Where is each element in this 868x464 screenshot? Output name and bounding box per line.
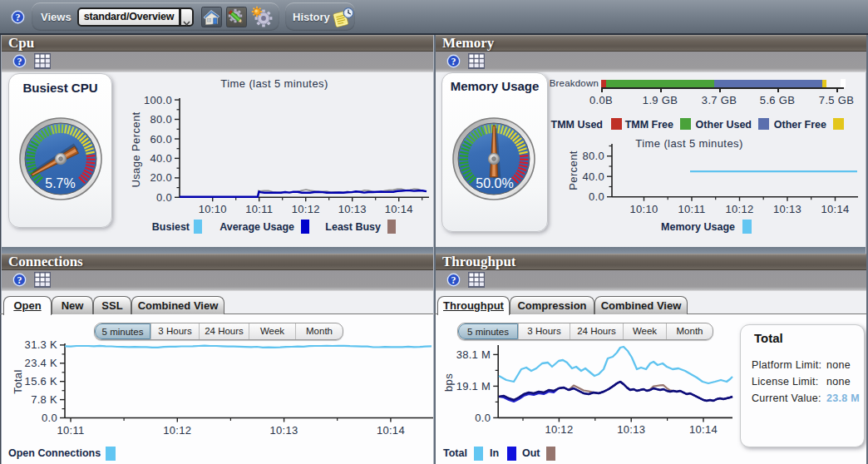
svg-text:10:14: 10:14: [689, 423, 718, 436]
svg-text:19.1 M: 19.1 M: [456, 380, 491, 392]
svg-text:10:13: 10:13: [270, 424, 298, 437]
svg-text:?: ?: [17, 56, 22, 67]
svg-text:10:10: 10:10: [199, 203, 227, 215]
svg-text:?: ?: [16, 12, 21, 23]
svg-text:Usage Percent: Usage Percent: [130, 111, 142, 187]
svg-text:Percent: Percent: [567, 151, 579, 190]
svg-text:40.0: 40.0: [150, 152, 172, 165]
svg-text:10:13: 10:13: [617, 423, 645, 436]
svg-text:0.0: 0.0: [42, 412, 57, 424]
svg-text:15.6 K: 15.6 K: [25, 375, 57, 387]
svg-text:60.0: 60.0: [150, 133, 172, 146]
svg-text:10:10: 10:10: [629, 203, 658, 215]
svg-text:Time (last 5 minutes): Time (last 5 minutes): [220, 77, 328, 90]
svg-text:?: ?: [17, 274, 22, 286]
svg-text:10:11: 10:11: [57, 424, 84, 437]
svg-text:Time (last 5 minutes): Time (last 5 minutes): [635, 137, 742, 150]
svg-text:80.0: 80.0: [150, 113, 172, 126]
svg-text:0.0: 0.0: [156, 191, 172, 204]
svg-text:10:13: 10:13: [773, 203, 801, 215]
svg-text:20.0: 20.0: [150, 171, 172, 184]
svg-text:7.8 K: 7.8 K: [31, 393, 57, 406]
svg-text:Total: Total: [12, 369, 24, 393]
svg-text:10:14: 10:14: [385, 203, 413, 215]
svg-text:31.3 K: 31.3 K: [25, 338, 57, 351]
svg-text:23.4 K: 23.4 K: [25, 357, 57, 369]
svg-text:10:11: 10:11: [678, 203, 705, 215]
svg-text:10:13: 10:13: [338, 203, 367, 215]
svg-text:bps: bps: [442, 373, 455, 392]
svg-text:38.1 M: 38.1 M: [456, 348, 491, 361]
svg-text:10:12: 10:12: [163, 424, 191, 437]
svg-text:10:14: 10:14: [821, 203, 849, 215]
svg-text:0.0: 0.0: [475, 412, 491, 424]
svg-text:10:12: 10:12: [725, 203, 753, 215]
svg-text:80.0: 80.0: [582, 150, 604, 162]
svg-text:40.0: 40.0: [582, 170, 604, 183]
svg-text:?: ?: [451, 56, 456, 67]
svg-text:10:12: 10:12: [545, 423, 573, 436]
svg-text:10:14: 10:14: [377, 424, 405, 437]
svg-text:10:11: 10:11: [245, 203, 273, 215]
svg-text:?: ?: [451, 274, 456, 286]
svg-text:10:12: 10:12: [292, 203, 320, 215]
svg-text:100.0: 100.0: [144, 94, 172, 106]
svg-text:0.0: 0.0: [589, 190, 604, 203]
